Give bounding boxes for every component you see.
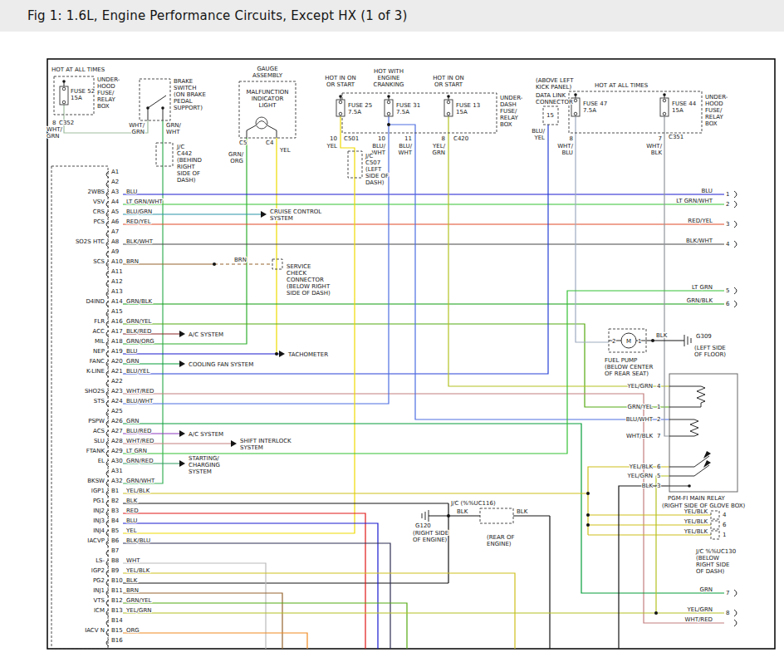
c351-label: C351 xyxy=(669,134,684,140)
ecm-signal-label: INJ4 xyxy=(93,527,105,534)
c351-pin7-label: 7 xyxy=(659,135,662,142)
fuel-pump-pin2-label: 2 xyxy=(612,338,615,345)
ecm-pin-number: A29 xyxy=(111,448,123,454)
ecm-pin-wire-color: GRN/WHT xyxy=(126,478,155,484)
ecm-pin-wire-color: BRN xyxy=(126,258,139,265)
ecm-pin-number: B12 xyxy=(111,597,123,604)
exit-number: 3 xyxy=(726,221,729,228)
ecm-pin-wire-color: BLU xyxy=(126,348,137,355)
c420-label: C420 xyxy=(453,135,468,142)
ecm-signal-label: STS xyxy=(94,398,105,405)
ecm-signal-label: VTS xyxy=(93,597,105,604)
fuse-icon-13 xyxy=(444,100,453,116)
ecm-pin-wire-color: RED xyxy=(126,508,139,514)
relay-name-label: PGM-FI MAIN RELAY xyxy=(668,495,725,502)
pin8-label: 8 xyxy=(442,135,445,142)
ecm-pin-wire-color: YEL/GRN xyxy=(125,607,151,614)
ecm-pin-wire-color: WHT xyxy=(126,557,140,564)
exit-wire-color: GRN xyxy=(699,586,713,593)
ecm-pin-wire-color: YEL xyxy=(125,527,137,534)
dlc-location-label: (ABOVE LEFTKICK PANEL) xyxy=(536,77,574,91)
ecm-pin-wire-color: GRN xyxy=(126,358,140,365)
ecm-pin-wire-color: BLK/WHT xyxy=(126,238,154,245)
ecm-pin-number: A32 xyxy=(111,478,123,484)
ecm-pin-wire-color: LT GRN xyxy=(126,448,147,454)
ecm-pin-wire-color: RED/YEL xyxy=(126,218,151,225)
ecm-pin-number: A5 xyxy=(111,208,119,215)
relay-pin-wire-color: YEL/GRN xyxy=(627,473,653,479)
relay-pin-number: 7 xyxy=(657,433,660,439)
hot-left-label: HOT AT ALL TIMES xyxy=(51,66,105,73)
ecm-signal-label: IGP2 xyxy=(91,567,105,574)
service-brn-label: BRN xyxy=(234,257,247,263)
ecm-pin-number: A20 xyxy=(111,358,123,365)
exit-number: 7 xyxy=(726,590,729,596)
ecm-pin-number: B14 xyxy=(111,617,123,624)
exit-number: 2 xyxy=(726,201,729,208)
ecm-pin-number: A27 xyxy=(111,428,123,434)
ecm-signal-label: VSV xyxy=(93,199,105,205)
ecm-signal-label: FTANK xyxy=(86,448,105,454)
ecm-pin-number: A13 xyxy=(111,288,123,295)
ecm-pin-number: B2 xyxy=(111,498,119,504)
ecm-pin-wire-color: BLK xyxy=(126,577,138,584)
brake-wire-left-label: WHT/GRN xyxy=(129,122,145,135)
ecm-pin-number: A4 xyxy=(111,199,120,205)
brake-wire-right-label: GRN/WHT xyxy=(166,122,182,135)
exit-number: 5 xyxy=(726,287,729,294)
exit-number: 1 xyxy=(726,191,729,198)
c4-label: C4 xyxy=(266,140,274,146)
relay-pin-number: 1 xyxy=(657,404,660,410)
c5-label: C5 xyxy=(239,140,247,146)
relay-pin-number: 2 xyxy=(657,416,660,423)
exit-number: 6 xyxy=(726,301,730,307)
exit-wire-color: BLU xyxy=(702,188,713,194)
ecm-signal-label: IGP1 xyxy=(91,488,105,494)
gauge-grnorg-wire-label: GRN/ORG xyxy=(228,151,244,164)
ecm-pin-wire-color: BLU/WHT xyxy=(126,398,154,405)
ecm-pin-number: A23 xyxy=(111,388,123,395)
ecm-pin-number: B9 xyxy=(111,567,119,574)
ecm-pin-number: A21 xyxy=(111,368,123,375)
ecm-pin-number: A30 xyxy=(111,458,123,464)
ecm-pin-wire-color: BLU/GRN xyxy=(126,208,152,215)
exit-wire-color: YEL/GRN xyxy=(687,606,713,613)
pin10b-label: 10 xyxy=(378,135,385,142)
ecm-pin-wire-color: BRN xyxy=(126,587,139,594)
dlc-pin-label: 15 xyxy=(546,112,554,119)
relay-pin-wire-color: YEL/BLK xyxy=(629,464,654,470)
ecm-signal-label: INJ1 xyxy=(93,587,105,594)
ecm-pin-number: A1 xyxy=(111,169,119,175)
jc-c116-label: J/C (%%UC116) xyxy=(450,500,496,507)
ecm-signal-label: SLU xyxy=(94,438,105,444)
ecm-pin-number: B7 xyxy=(111,547,119,554)
ecm-signal-label: MIL xyxy=(95,338,105,345)
ecm-pin-number: B1 xyxy=(111,488,119,494)
ecm-signal-label: NEP xyxy=(93,348,105,355)
ecm-pin-number: A10 xyxy=(111,258,123,265)
ecm-signal-label: IACVP xyxy=(87,537,105,544)
tachometer-label: TACHOMETER xyxy=(287,351,328,358)
ecm-pin-number: A28 xyxy=(111,438,123,444)
ecm-pin-number: A16 xyxy=(111,318,123,325)
yel-wire-label: YEL xyxy=(326,143,337,150)
ecm-signal-label: 2WBS xyxy=(88,189,105,195)
ecm-pin-number: A19 xyxy=(111,348,123,355)
jc130-pin-number: 6 xyxy=(723,522,727,528)
ecm-signal-label: EL xyxy=(98,458,105,464)
hot-in-on-1-label: HOT IN ONOR START xyxy=(325,75,356,88)
ecm-pin-wire-color: GRN/ORG xyxy=(126,338,154,345)
rear-of-engine-label: (REAR OFENGINE) xyxy=(487,534,514,547)
relay-pin-number: 5 xyxy=(657,473,660,479)
ecm-pin-number: A18 xyxy=(111,338,123,345)
ecm-pin-wire-color: BLU/YEL xyxy=(126,368,150,375)
ecm-pin-number: A7 xyxy=(111,228,119,235)
ecm-pin-number: B4 xyxy=(111,517,120,524)
hot-crank-label: HOT WITHENGINECRANKING xyxy=(374,68,404,88)
c352-label: C352 xyxy=(59,120,74,126)
exit-wire-color: WHT/RED xyxy=(685,616,713,623)
ecm-signal-label: BKSW xyxy=(87,478,105,484)
gauge-yel-wire-label: YEL xyxy=(279,147,291,154)
hot-in-on-2-label: HOT IN ONOR START xyxy=(433,75,464,88)
ecm-pin-number: A22 xyxy=(111,378,123,385)
